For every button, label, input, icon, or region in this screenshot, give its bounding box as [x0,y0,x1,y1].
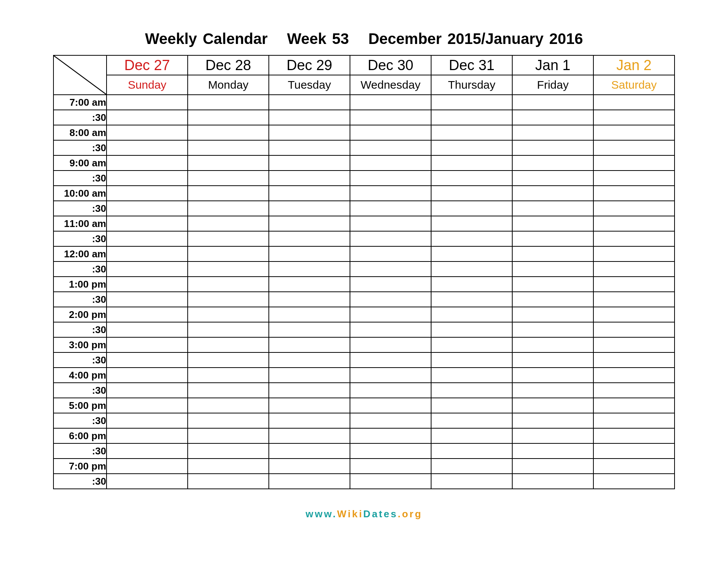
calendar-slot[interactable] [350,368,431,383]
calendar-slot[interactable] [350,201,431,216]
calendar-slot[interactable] [269,186,350,201]
calendar-slot[interactable] [269,125,350,140]
calendar-slot[interactable] [593,459,675,474]
calendar-slot[interactable] [107,428,188,443]
calendar-slot[interactable] [350,292,431,307]
calendar-slot[interactable] [188,95,269,110]
calendar-slot[interactable] [188,413,269,428]
footer-link[interactable]: www.WikiDates.org [53,508,675,520]
calendar-slot[interactable] [350,413,431,428]
calendar-slot[interactable] [107,261,188,277]
calendar-slot[interactable] [107,398,188,413]
calendar-slot[interactable] [593,246,675,261]
calendar-slot[interactable] [350,95,431,110]
calendar-slot[interactable] [431,322,512,337]
calendar-slot[interactable] [431,155,512,171]
calendar-slot[interactable] [593,261,675,277]
calendar-slot[interactable] [107,292,188,307]
calendar-slot[interactable] [188,171,269,186]
calendar-slot[interactable] [350,110,431,125]
calendar-slot[interactable] [593,322,675,337]
calendar-slot[interactable] [107,307,188,322]
calendar-slot[interactable] [431,292,512,307]
calendar-slot[interactable] [107,413,188,428]
calendar-slot[interactable] [593,383,675,398]
calendar-slot[interactable] [107,216,188,231]
calendar-slot[interactable] [107,110,188,125]
calendar-slot[interactable] [188,398,269,413]
calendar-slot[interactable] [593,443,675,459]
calendar-slot[interactable] [107,383,188,398]
calendar-slot[interactable] [431,307,512,322]
calendar-slot[interactable] [188,216,269,231]
calendar-slot[interactable] [431,140,512,155]
calendar-slot[interactable] [593,186,675,201]
calendar-slot[interactable] [350,140,431,155]
calendar-slot[interactable] [269,307,350,322]
calendar-slot[interactable] [512,246,593,261]
calendar-slot[interactable] [512,368,593,383]
calendar-slot[interactable] [188,261,269,277]
calendar-slot[interactable] [107,171,188,186]
calendar-slot[interactable] [188,459,269,474]
calendar-slot[interactable] [350,216,431,231]
calendar-slot[interactable] [188,140,269,155]
calendar-slot[interactable] [269,171,350,186]
calendar-slot[interactable] [107,246,188,261]
calendar-slot[interactable] [350,459,431,474]
calendar-slot[interactable] [107,231,188,246]
calendar-slot[interactable] [431,413,512,428]
calendar-slot[interactable] [107,95,188,110]
calendar-slot[interactable] [269,428,350,443]
calendar-slot[interactable] [512,125,593,140]
calendar-slot[interactable] [512,95,593,110]
calendar-slot[interactable] [188,307,269,322]
calendar-slot[interactable] [431,171,512,186]
calendar-slot[interactable] [269,322,350,337]
calendar-slot[interactable] [269,277,350,292]
calendar-slot[interactable] [512,474,593,489]
calendar-slot[interactable] [512,216,593,231]
calendar-slot[interactable] [188,322,269,337]
calendar-slot[interactable] [512,140,593,155]
calendar-slot[interactable] [269,352,350,368]
calendar-slot[interactable] [593,368,675,383]
calendar-slot[interactable] [512,337,593,352]
calendar-slot[interactable] [350,352,431,368]
calendar-slot[interactable] [512,383,593,398]
calendar-slot[interactable] [431,474,512,489]
calendar-slot[interactable] [269,140,350,155]
calendar-slot[interactable] [431,110,512,125]
calendar-slot[interactable] [269,443,350,459]
calendar-slot[interactable] [431,231,512,246]
calendar-slot[interactable] [593,171,675,186]
calendar-slot[interactable] [188,428,269,443]
calendar-slot[interactable] [512,261,593,277]
calendar-slot[interactable] [350,474,431,489]
calendar-slot[interactable] [107,277,188,292]
calendar-slot[interactable] [188,352,269,368]
calendar-slot[interactable] [431,428,512,443]
calendar-slot[interactable] [107,352,188,368]
calendar-slot[interactable] [512,352,593,368]
calendar-slot[interactable] [431,125,512,140]
calendar-slot[interactable] [350,307,431,322]
calendar-slot[interactable] [431,383,512,398]
calendar-slot[interactable] [188,155,269,171]
calendar-slot[interactable] [593,231,675,246]
calendar-slot[interactable] [512,201,593,216]
calendar-slot[interactable] [512,155,593,171]
calendar-slot[interactable] [269,216,350,231]
calendar-slot[interactable] [269,155,350,171]
calendar-slot[interactable] [512,292,593,307]
calendar-slot[interactable] [269,231,350,246]
calendar-slot[interactable] [593,307,675,322]
calendar-slot[interactable] [512,231,593,246]
calendar-slot[interactable] [269,383,350,398]
calendar-slot[interactable] [269,337,350,352]
calendar-slot[interactable] [593,140,675,155]
calendar-slot[interactable] [431,95,512,110]
calendar-slot[interactable] [188,246,269,261]
calendar-slot[interactable] [188,186,269,201]
calendar-slot[interactable] [512,277,593,292]
